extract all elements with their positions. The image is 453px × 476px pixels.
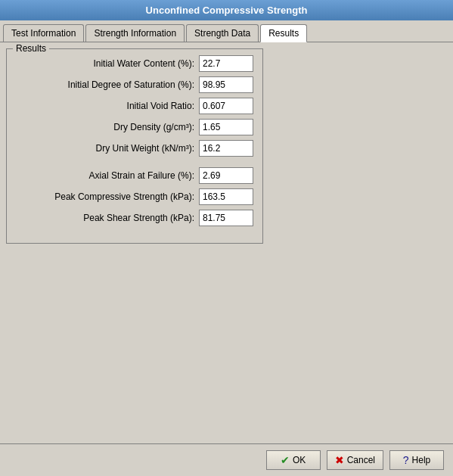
main-content: Results Initial Water Content (%): Initi…	[0, 42, 453, 443]
input-water-content[interactable]	[199, 55, 253, 72]
label-saturation: Initial Degree of Saturation (%):	[68, 79, 194, 90]
field-row-dry-unit-weight: Dry Unit Weight (kN/m³):	[16, 140, 253, 157]
window-title: Unconfined Compressive Strength	[0, 0, 453, 20]
tab-strength-data[interactable]: Strength Data	[186, 24, 259, 42]
field-row-peak-shear: Peak Shear Strength (kPa):	[16, 210, 253, 226]
field-row-void-ratio: Initial Void Ratio:	[16, 98, 253, 114]
input-axial-strain[interactable]	[199, 167, 253, 184]
tab-bar: Test Information Strength Information St…	[0, 20, 453, 42]
tab-strength-information[interactable]: Strength Information	[85, 24, 185, 42]
results-group-legend: Results	[13, 43, 49, 54]
field-row-water-content: Initial Water Content (%):	[16, 55, 253, 72]
ok-button[interactable]: ✔ OK	[266, 450, 321, 470]
help-icon: ?	[403, 454, 409, 466]
input-void-ratio[interactable]	[199, 98, 253, 114]
input-peak-shear[interactable]	[199, 210, 253, 226]
bottom-bar: ✔ OK ✖ Cancel ? Help	[0, 443, 453, 476]
field-row-peak-compressive: Peak Compressive Strength (kPa):	[16, 188, 253, 205]
help-button[interactable]: ? Help	[389, 450, 444, 470]
results-group: Results Initial Water Content (%): Initi…	[6, 48, 263, 244]
input-dry-density[interactable]	[199, 119, 253, 135]
label-axial-strain: Axial Strain at Failure (%):	[89, 170, 194, 181]
tab-results[interactable]: Results	[260, 24, 307, 42]
label-peak-compressive: Peak Compressive Strength (kPa):	[54, 191, 194, 202]
input-peak-compressive[interactable]	[199, 188, 253, 205]
field-row-axial-strain: Axial Strain at Failure (%):	[16, 167, 253, 184]
label-water-content: Initial Water Content (%):	[93, 58, 194, 69]
label-void-ratio: Initial Void Ratio:	[127, 101, 194, 111]
cancel-icon: ✖	[335, 454, 344, 466]
label-dry-density: Dry Density (g/cm³):	[113, 122, 194, 132]
cancel-button[interactable]: ✖ Cancel	[327, 450, 383, 470]
ok-icon: ✔	[281, 454, 290, 466]
input-dry-unit-weight[interactable]	[199, 140, 253, 157]
label-dry-unit-weight: Dry Unit Weight (kN/m³):	[96, 143, 194, 154]
field-row-dry-density: Dry Density (g/cm³):	[16, 119, 253, 135]
field-row-saturation: Initial Degree of Saturation (%):	[16, 76, 253, 93]
label-peak-shear: Peak Shear Strength (kPa):	[83, 213, 194, 223]
input-saturation[interactable]	[199, 76, 253, 93]
tab-test-information[interactable]: Test Information	[3, 24, 84, 42]
